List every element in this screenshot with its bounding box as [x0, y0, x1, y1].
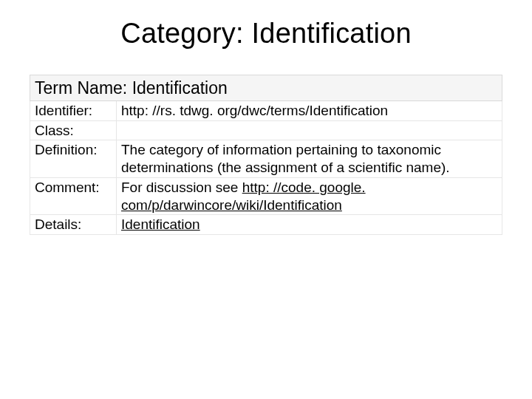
identifier-value: http: //rs. tdwg. org/dwc/terms/Identifi… [117, 100, 502, 120]
table-row: Class: [30, 120, 502, 140]
details-link[interactable]: Identification [121, 216, 200, 232]
table-row: Details: Identification [30, 215, 502, 235]
slide: Category: Identification Term Name: Iden… [0, 0, 532, 399]
table-row: Comment: For discussion see http: //code… [30, 177, 502, 215]
class-label: Class: [30, 120, 117, 140]
identifier-label: Identifier: [30, 100, 117, 120]
details-label: Details: [30, 215, 117, 235]
term-name-header: Term Name: Identification [30, 75, 502, 101]
table-row: Identifier: http: //rs. tdwg. org/dwc/te… [30, 100, 502, 120]
comment-prefix: For discussion see [121, 180, 242, 195]
class-value [117, 120, 502, 140]
comment-label: Comment: [30, 177, 117, 215]
term-header-row: Term Name: Identification [30, 75, 502, 101]
definition-value: The category of information pertaining t… [117, 140, 502, 178]
table-row: Definition: The category of information … [30, 140, 502, 178]
details-value: Identification [117, 215, 502, 235]
term-table: Term Name: Identification Identifier: ht… [30, 75, 502, 235]
definition-label: Definition: [30, 140, 117, 178]
page-title: Category: Identification [30, 18, 502, 50]
comment-value: For discussion see http: //code. google.… [117, 177, 502, 215]
